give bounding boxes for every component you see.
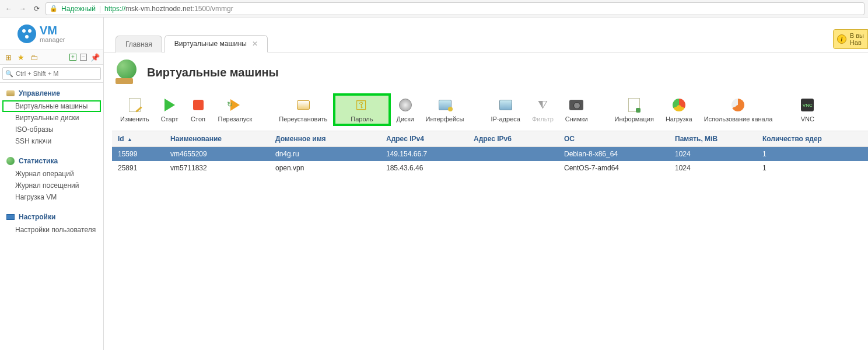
pin-icon[interactable]: 📌	[90, 52, 100, 62]
cell-cores: 1	[757, 161, 868, 175]
action-disks[interactable]: Диски	[391, 93, 420, 126]
expand-icon[interactable]: +	[69, 54, 76, 61]
cell-id: 25891	[112, 161, 164, 175]
globe-icon	[6, 156, 15, 166]
action-ip[interactable]: IP-адреса	[485, 93, 526, 126]
cell-cores: 1	[757, 147, 868, 162]
cell-domain: dn4g.ru	[270, 147, 380, 162]
cell-ipv4: 185.43.6.46	[380, 161, 468, 175]
drive-icon	[6, 89, 15, 98]
star-icon[interactable]: ★	[16, 52, 26, 62]
action-snapshots[interactable]: Снимки	[559, 93, 594, 126]
col-name[interactable]: Наименование	[164, 131, 270, 147]
monitor-icon	[6, 212, 15, 222]
col-os[interactable]: ОС	[558, 131, 669, 147]
col-domain[interactable]: Доменное имя	[270, 131, 380, 147]
url-https: https://	[104, 5, 125, 13]
action-password[interactable]: ⚿Пароль	[333, 93, 390, 126]
sidebar-toolbar: ⊞ ★ 🗀 + − 📌	[0, 50, 103, 65]
vm-table: Id ▲ Наименование Доменное имя Адрес IPv…	[112, 131, 868, 175]
action-load[interactable]: Нагрузка	[660, 93, 698, 126]
action-restart[interactable]: Перезапуск	[212, 93, 258, 126]
url-port: :1500	[192, 5, 210, 13]
tab-vms[interactable]: Виртуальные машины ✕	[164, 35, 268, 52]
col-id[interactable]: Id ▲	[112, 131, 164, 147]
page-header-icon	[113, 60, 139, 85]
key-icon: ⚿	[356, 99, 368, 112]
info-icon: i	[837, 34, 846, 44]
nav-item-vmload[interactable]: Нагрузка VM	[0, 191, 103, 203]
cell-name: vm5711832	[164, 161, 270, 175]
cell-domain: open.vpn	[270, 161, 380, 175]
table-row[interactable]: 25891 vm5711832 open.vpn 185.43.6.46 Cen…	[112, 161, 868, 175]
vnc-icon: VNC	[801, 99, 814, 111]
cell-memory: 1024	[669, 161, 757, 175]
help-line2: Нав	[850, 39, 864, 46]
logo-icon	[18, 24, 36, 43]
nav-item-oplog[interactable]: Журнал операций	[0, 168, 103, 180]
action-interfaces[interactable]: Интерфейсы	[420, 93, 470, 126]
secure-label: Надежный	[61, 5, 96, 13]
col-cores[interactable]: Количество ядер	[757, 131, 868, 147]
nav-header-management[interactable]: Управление	[0, 86, 103, 100]
col-ipv6[interactable]: Адрес IPv6	[468, 131, 558, 147]
cell-name: vm4655209	[164, 147, 270, 162]
cell-ipv4: 149.154.66.7	[380, 147, 468, 162]
page-header: Виртуальные машины	[112, 60, 868, 85]
action-info[interactable]: Информация	[609, 93, 660, 126]
nav-item-usersettings[interactable]: Настройки пользователя	[0, 224, 103, 236]
search-box[interactable]: 🔍	[2, 67, 101, 80]
funnel-icon: ⧨	[538, 99, 548, 112]
search-icon: 🔍	[5, 70, 13, 78]
nav-item-vms[interactable]: Виртуальные машины	[2, 100, 101, 112]
forward-icon[interactable]: →	[18, 4, 28, 14]
table-row[interactable]: 15599 vm4655209 dn4g.ru 149.154.66.7 Deb…	[112, 147, 868, 162]
action-filter[interactable]: ⧨Фильтр	[526, 93, 559, 126]
browser-chrome: ← → ⟳ 🔒 Надежный | https://msk-vm.hoztno…	[0, 0, 868, 18]
action-stop[interactable]: Стоп	[184, 93, 212, 126]
collapse-icon[interactable]: −	[80, 54, 87, 61]
nav-header-settings-label: Настройки	[19, 213, 55, 221]
sort-asc-icon: ▲	[127, 136, 132, 142]
logo-mgr: manager	[40, 36, 65, 43]
close-icon[interactable]: ✕	[252, 40, 258, 48]
nav-header-statistics[interactable]: Статистика	[0, 154, 103, 168]
help-line1: В вы	[850, 32, 864, 39]
nav-header-settings[interactable]: Настройки	[0, 210, 103, 224]
url-host: msk-vm.hoztnode.net	[125, 5, 192, 13]
action-bar: Изменить Старт Стоп Перезапуск Переустан…	[112, 93, 868, 126]
cell-ipv6	[468, 161, 558, 175]
tab-bar: Главная Виртуальные машины ✕ i В вы Нав	[104, 18, 868, 52]
address-bar[interactable]: 🔒 Надежный | https://msk-vm.hoztnode.net…	[46, 2, 864, 15]
cell-id: 15599	[112, 147, 164, 162]
action-edit[interactable]: Изменить	[114, 93, 155, 126]
sidebar: VM manager ⊞ ★ 🗀 + − 📌 🔍 Управление Вирт	[0, 18, 104, 350]
action-channel[interactable]: Использование канала	[698, 93, 779, 126]
back-icon[interactable]: ←	[4, 4, 14, 14]
nav-header-statistics-label: Статистика	[19, 157, 58, 165]
action-vnc[interactable]: VNCVNC	[793, 93, 821, 126]
action-reinstall[interactable]: Переустановить	[273, 93, 333, 126]
action-start[interactable]: Старт	[155, 93, 184, 126]
nav-item-ssh[interactable]: SSH ключи	[0, 135, 103, 147]
logo-vm: VM	[40, 24, 65, 36]
cell-ipv6	[468, 147, 558, 162]
col-ipv4[interactable]: Адрес IPv4	[380, 131, 468, 147]
tree-icon[interactable]: ⊞	[4, 52, 13, 62]
folder-icon[interactable]: 🗀	[29, 52, 38, 62]
cell-memory: 1024	[669, 147, 757, 162]
nav-header-management-label: Управление	[19, 89, 60, 97]
url-path: /vmmgr	[210, 5, 233, 13]
search-input[interactable]	[16, 70, 98, 77]
nav-item-iso[interactable]: ISO-образы	[0, 124, 103, 135]
reload-icon[interactable]: ⟳	[32, 4, 42, 14]
nav-item-vdisks[interactable]: Виртуальные диски	[0, 112, 103, 124]
help-badge[interactable]: i В вы Нав	[833, 29, 868, 49]
tab-main[interactable]: Главная	[116, 36, 162, 52]
logo: VM manager	[0, 18, 103, 50]
col-memory[interactable]: Память, MiB	[669, 131, 757, 147]
cell-os: CentOS-7-amd64	[558, 161, 669, 175]
lock-icon: 🔒	[50, 5, 58, 12]
page-title: Виртуальные машины	[147, 66, 279, 79]
nav-item-visitlog[interactable]: Журнал посещений	[0, 180, 103, 191]
